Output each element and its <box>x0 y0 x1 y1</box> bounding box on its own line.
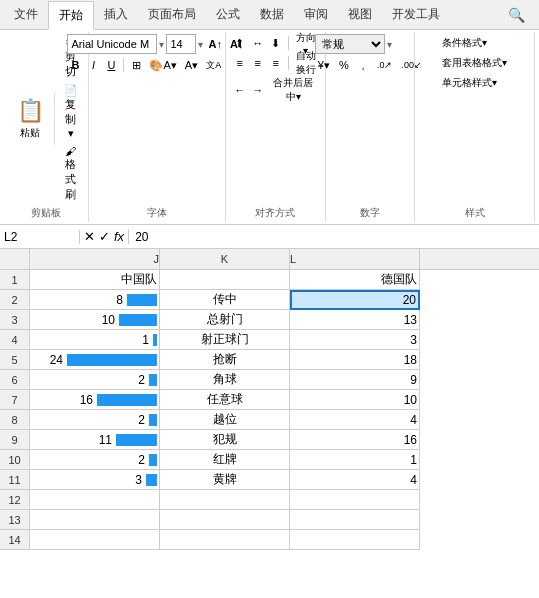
cell-k-1[interactable] <box>160 270 290 290</box>
cell-k-13[interactable] <box>160 510 290 530</box>
underline-button[interactable]: U <box>103 56 119 74</box>
tab-data[interactable]: 数据 <box>250 0 294 29</box>
increase-indent-button[interactable]: → <box>250 81 266 99</box>
cell-l-10[interactable]: 1 <box>290 450 420 470</box>
col-header-j[interactable]: J <box>30 249 160 269</box>
align-right-button[interactable]: ≡ <box>268 54 284 72</box>
row-header-11[interactable]: 11 <box>0 470 30 490</box>
cell-j-1[interactable]: 中国队 <box>30 270 160 290</box>
cell-j-9[interactable]: 11 <box>30 430 160 450</box>
fill-color-button[interactable]: 🎨A▾ <box>146 56 179 74</box>
tab-review[interactable]: 审阅 <box>294 0 338 29</box>
row-header-6[interactable]: 6 <box>0 370 30 390</box>
row-header-13[interactable]: 13 <box>0 510 30 530</box>
font-color-button[interactable]: A▾ <box>182 56 201 74</box>
cell-l-4[interactable]: 3 <box>290 330 420 350</box>
font-size-input[interactable] <box>166 34 196 54</box>
cell-j-14[interactable] <box>30 530 160 550</box>
cell-l-8[interactable]: 4 <box>290 410 420 430</box>
cell-k-2[interactable]: 传中 <box>160 290 290 310</box>
tab-developer[interactable]: 开发工具 <box>382 0 450 29</box>
cell-j-6[interactable]: 2 <box>30 370 160 390</box>
col-header-l[interactable]: L <box>290 249 420 269</box>
confirm-icon[interactable]: ✓ <box>99 229 110 244</box>
border-button[interactable]: ⊞ <box>128 56 144 74</box>
row-header-5[interactable]: 5 <box>0 350 30 370</box>
percent-button[interactable]: % <box>336 56 352 74</box>
paste-button[interactable]: 📋 粘贴 <box>10 93 50 145</box>
formula-input[interactable]: 20 <box>129 230 539 244</box>
row-header-8[interactable]: 8 <box>0 410 30 430</box>
decrease-indent-button[interactable]: ← <box>232 81 248 99</box>
cell-l-1[interactable]: 德国队 <box>290 270 420 290</box>
cell-l-9[interactable]: 16 <box>290 430 420 450</box>
col-header-k[interactable]: K <box>160 249 290 269</box>
cell-l-2[interactable]: 20 <box>290 290 420 310</box>
tab-file[interactable]: 文件 <box>4 0 48 29</box>
align-middle-button[interactable]: ↔ <box>250 34 266 52</box>
cell-j-13[interactable] <box>30 510 160 530</box>
cell-k-9[interactable]: 犯规 <box>160 430 290 450</box>
conditional-format-button[interactable]: 条件格式▾ <box>438 34 511 52</box>
cell-j-11[interactable]: 3 <box>30 470 160 490</box>
search-icon[interactable]: 🔍 <box>498 0 535 29</box>
increase-font-button[interactable]: A↑ <box>205 35 224 53</box>
cell-k-11[interactable]: 黄牌 <box>160 470 290 490</box>
increase-decimal-button[interactable]: .0↗ <box>374 56 396 74</box>
cell-k-12[interactable] <box>160 490 290 510</box>
cell-l-12[interactable] <box>290 490 420 510</box>
align-top-button[interactable]: ⬆ <box>232 34 248 52</box>
font-name-input[interactable] <box>67 34 157 54</box>
row-header-12[interactable]: 12 <box>0 490 30 510</box>
cell-l-13[interactable] <box>290 510 420 530</box>
cancel-icon[interactable]: ✕ <box>84 229 95 244</box>
tab-insert[interactable]: 插入 <box>94 0 138 29</box>
bold-button[interactable]: B <box>67 56 83 74</box>
cell-k-10[interactable]: 红牌 <box>160 450 290 470</box>
cell-k-4[interactable]: 射正球门 <box>160 330 290 350</box>
cell-reference[interactable]: L2 <box>0 230 80 244</box>
cell-k-14[interactable] <box>160 530 290 550</box>
merge-button[interactable]: 合并后居中▾ <box>268 74 319 106</box>
cell-k-7[interactable]: 任意球 <box>160 390 290 410</box>
align-bottom-button[interactable]: ⬇ <box>268 34 284 52</box>
cell-j-2[interactable]: 8 <box>30 290 160 310</box>
phonetic-button[interactable]: 文A <box>203 56 224 74</box>
row-header-4[interactable]: 4 <box>0 330 30 350</box>
currency-button[interactable]: ¥▾ <box>315 56 333 74</box>
row-header-7[interactable]: 7 <box>0 390 30 410</box>
cell-j-4[interactable]: 1 <box>30 330 160 350</box>
tab-view[interactable]: 视图 <box>338 0 382 29</box>
tab-home[interactable]: 开始 <box>48 1 94 30</box>
cell-k-5[interactable]: 抢断 <box>160 350 290 370</box>
cell-styles-button[interactable]: 单元格样式▾ <box>438 74 511 92</box>
cell-j-3[interactable]: 10 <box>30 310 160 330</box>
cell-j-10[interactable]: 2 <box>30 450 160 470</box>
cell-l-11[interactable]: 4 <box>290 470 420 490</box>
corner-cell[interactable] <box>0 249 30 269</box>
row-header-3[interactable]: 3 <box>0 310 30 330</box>
cell-k-6[interactable]: 角球 <box>160 370 290 390</box>
cell-k-3[interactable]: 总射门 <box>160 310 290 330</box>
row-header-1[interactable]: 1 <box>0 270 30 290</box>
cell-l-14[interactable] <box>290 530 420 550</box>
comma-button[interactable]: , <box>355 56 371 74</box>
cell-l-5[interactable]: 18 <box>290 350 420 370</box>
cell-l-3[interactable]: 13 <box>290 310 420 330</box>
italic-button[interactable]: I <box>85 56 101 74</box>
cell-j-7[interactable]: 16 <box>30 390 160 410</box>
cell-l-7[interactable]: 10 <box>290 390 420 410</box>
align-left-button[interactable]: ≡ <box>232 54 248 72</box>
cell-j-5[interactable]: 24 <box>30 350 160 370</box>
number-format-select[interactable]: 常规 <box>315 34 385 54</box>
row-header-9[interactable]: 9 <box>0 430 30 450</box>
tab-page-layout[interactable]: 页面布局 <box>138 0 206 29</box>
tab-formula[interactable]: 公式 <box>206 0 250 29</box>
cell-j-12[interactable] <box>30 490 160 510</box>
insert-function-icon[interactable]: fx <box>114 229 124 244</box>
row-header-14[interactable]: 14 <box>0 530 30 550</box>
cell-j-8[interactable]: 2 <box>30 410 160 430</box>
cell-k-8[interactable]: 越位 <box>160 410 290 430</box>
format-as-table-button[interactable]: 套用表格格式▾ <box>438 54 511 72</box>
cell-l-6[interactable]: 9 <box>290 370 420 390</box>
